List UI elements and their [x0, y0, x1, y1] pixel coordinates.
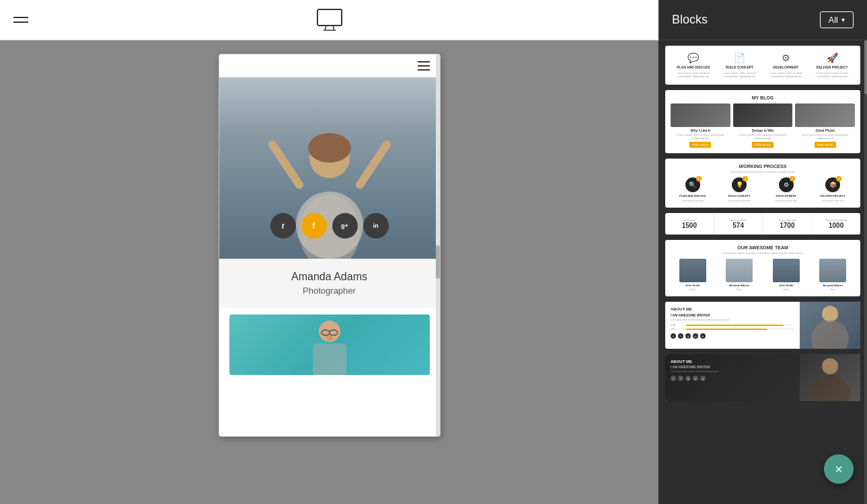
dev-icon: ⚙: [782, 52, 790, 63]
svg-line-1: [325, 26, 326, 30]
team-member-4: Amanda Adams Senior: [811, 259, 856, 291]
dark-twitter-icon: t: [671, 376, 676, 381]
hamburger-menu[interactable]: [13, 17, 28, 23]
second-profile-card: [229, 314, 430, 375]
blog-posts-row: Why I Like It Lorem ipsum dolor sit amet…: [671, 103, 855, 148]
phone-scrollbar[interactable]: [436, 54, 440, 436]
about-dark-social-icons: t f g in p: [671, 376, 794, 381]
blog-title: MY BLOG: [671, 95, 855, 100]
about-fb-icon: f: [678, 333, 683, 339]
block-step-dev: ⚙ DEVELOPMENT Lorem ipsum dolor sit amet…: [765, 52, 808, 78]
block-blog[interactable]: MY BLOG Why I Like It Lorem ipsum dolor …: [665, 90, 860, 153]
working-step-1: 🔍1 PLAN AND DISCUSS Lorem ipsum lorem am…: [671, 177, 715, 202]
team-member-3: John Smith Senior: [764, 259, 808, 291]
svg-point-18: [822, 358, 838, 374]
block-step-deliver: 🚀 DELIVER PROJECT Lorem ipsum dolor sit …: [811, 52, 854, 78]
dark-li-icon: in: [693, 376, 698, 381]
team-member-2: Amanda Adams Senior: [718, 259, 762, 291]
block-stats[interactable]: Customers 1500 Awards Won 574 Hours Work…: [665, 213, 860, 235]
google-plus-social-icon[interactable]: g+: [332, 213, 358, 239]
dark-gp-icon: g: [685, 376, 691, 381]
working-step-3: ⚙3 DEVELOPMENT Lorem ipsum lorem amet: [764, 177, 808, 202]
svg-rect-0: [317, 9, 342, 26]
block-working-process[interactable]: WORKING PROCESS Lorem ipsum dolor sit am…: [665, 159, 860, 208]
svg-point-19: [810, 376, 850, 401]
fab-close-button[interactable]: ×: [824, 454, 854, 484]
profile-title: Photographer: [226, 286, 433, 296]
about-twitter-icon: t: [671, 333, 676, 339]
team-members-row: John Smith Director Amanda Adams Senior …: [671, 259, 855, 291]
phone-hero-section: t f g+ in: [219, 77, 440, 259]
block-team[interactable]: OUR AWESOME TEAM Lorem ipsum dolor sit a…: [665, 240, 860, 296]
plan-icon: 💬: [687, 52, 699, 63]
working-step-4: 📦4 DELIVER PROJECT Lorem ipsum lorem ame…: [811, 177, 856, 202]
block-about-dark[interactable]: ABOUT ME I AM AWESOME WRITER Lorem ipsum…: [665, 354, 860, 401]
svg-point-6: [308, 133, 351, 163]
chevron-down-icon: ▾: [841, 16, 845, 24]
stat-projects: Project Completed 1000: [812, 213, 860, 235]
canvas-area: t f g+ in Amanda A: [0, 40, 658, 504]
stat-customers: Customers 1500: [665, 213, 714, 235]
team-member-1: John Smith Director: [671, 259, 715, 291]
profile-name: Amanda Adams: [226, 271, 433, 283]
build-icon: 📄: [734, 52, 745, 63]
about-gp-icon: g: [685, 333, 691, 339]
profile-section: Amanda Adams Photographer: [219, 259, 440, 308]
blocks-sidebar: Blocks All ▾ 💬 PLAN AND DISCUSS Lorem ip…: [658, 0, 867, 504]
sidebar-scrollbar-thumb[interactable]: [864, 40, 867, 94]
blog-post-2: Design is Win Lorem ipsum dolor sit amet…: [733, 103, 793, 148]
block-process-steps[interactable]: 💬 PLAN AND DISCUSS Lorem ipsum dolor sit…: [665, 46, 860, 85]
svg-point-16: [822, 306, 838, 322]
svg-line-8: [360, 144, 387, 185]
block-about-light[interactable]: ABOUT ME I AM AWESOME WRITER Lorem ipsum…: [665, 302, 860, 349]
svg-line-7: [272, 144, 299, 185]
phone-preview-frame: t f g+ in Amanda A: [219, 54, 441, 437]
working-steps-row: 🔍1 PLAN AND DISCUSS Lorem ipsum lorem am…: [671, 177, 855, 202]
stat-awards: Awards Won 574: [714, 213, 763, 235]
skill-bars: HTML CSS: [671, 324, 794, 331]
phone-nav-bar: [219, 54, 440, 77]
dark-fb-icon: f: [678, 376, 683, 381]
stat-hours: Hours Worked 1700: [763, 213, 813, 235]
about-li-icon: in: [693, 333, 698, 339]
blog-post-1: Why I Like It Lorem ipsum dolor sit amet…: [671, 103, 730, 148]
dark-pin-icon: p: [700, 376, 706, 381]
svg-point-17: [811, 320, 849, 349]
sidebar-scrollbar[interactable]: [864, 40, 867, 504]
twitter-social-icon[interactable]: t: [270, 213, 296, 239]
about-pin-icon: p: [700, 333, 706, 339]
top-bar: [0, 0, 658, 40]
social-icons-overlay: t f g+ in: [270, 213, 389, 239]
svg-rect-12: [313, 343, 346, 375]
filter-all-button[interactable]: All ▾: [820, 11, 854, 28]
blog-post-3: Good Photo Lorem ipsum dolor sit amet co…: [795, 103, 855, 148]
sidebar-title: Blocks: [672, 13, 708, 27]
about-social-icons: t f g in p: [671, 333, 794, 339]
sidebar-header: Blocks All ▾: [658, 0, 867, 40]
deliver-icon: 🚀: [827, 52, 838, 63]
phone-hamburger-icon: [418, 61, 430, 71]
svg-point-11: [326, 335, 333, 341]
linkedin-social-icon[interactable]: in: [363, 213, 389, 239]
svg-line-2: [333, 26, 334, 30]
phone-scrollbar-thumb[interactable]: [436, 245, 440, 279]
facebook-social-icon[interactable]: f: [301, 213, 327, 239]
blocks-list: 💬 PLAN AND DISCUSS Lorem ipsum dolor sit…: [658, 40, 867, 504]
working-step-2: 💡2 BUILD CONCEPT Lorem ipsum lorem amet: [718, 177, 762, 202]
about-left-content: ABOUT ME I AM AWESOME WRITER Lorem ipsum…: [665, 302, 800, 349]
about-dark-right-photo: [800, 354, 860, 401]
monitor-icon: [316, 8, 343, 32]
block-step-build: 📄 BUILD CONCEPT Lorem ipsum dolor sit am…: [718, 52, 761, 78]
about-dark-left: ABOUT ME I AM AWESOME WRITER Lorem ipsum…: [665, 354, 800, 401]
block-step-plan: 💬 PLAN AND DISCUSS Lorem ipsum dolor sit…: [672, 52, 715, 78]
about-right-photo: [800, 302, 860, 349]
